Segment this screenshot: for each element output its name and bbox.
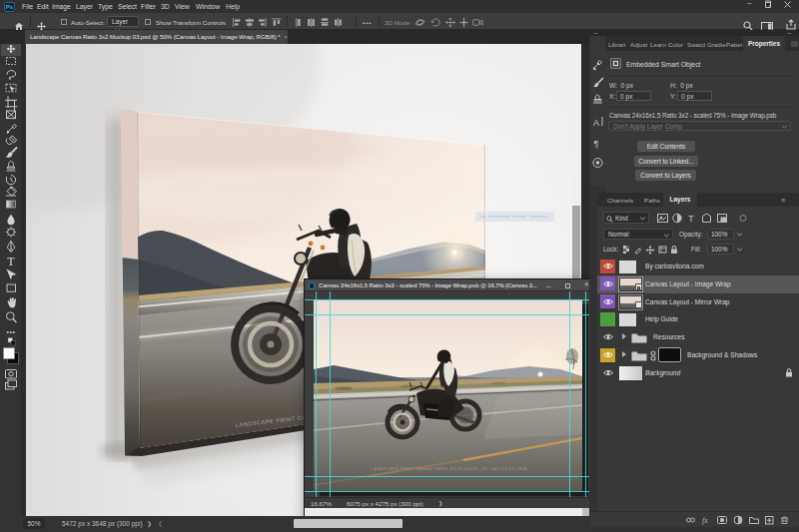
- svg-text:•••: •••: [7, 328, 16, 335]
- svg-text:LANDSCAPE PRINT CANVAS RATIO 3: LANDSCAPE PRINT CANVAS RATIO 3X2 MOCKUP …: [372, 466, 526, 471]
- svg-text:¶: ¶: [594, 139, 599, 149]
- svg-text:T: T: [7, 255, 15, 268]
- svg-text:T: T: [688, 213, 694, 224]
- svg-text:fx: fx: [702, 516, 708, 525]
- svg-text:A: A: [593, 118, 599, 128]
